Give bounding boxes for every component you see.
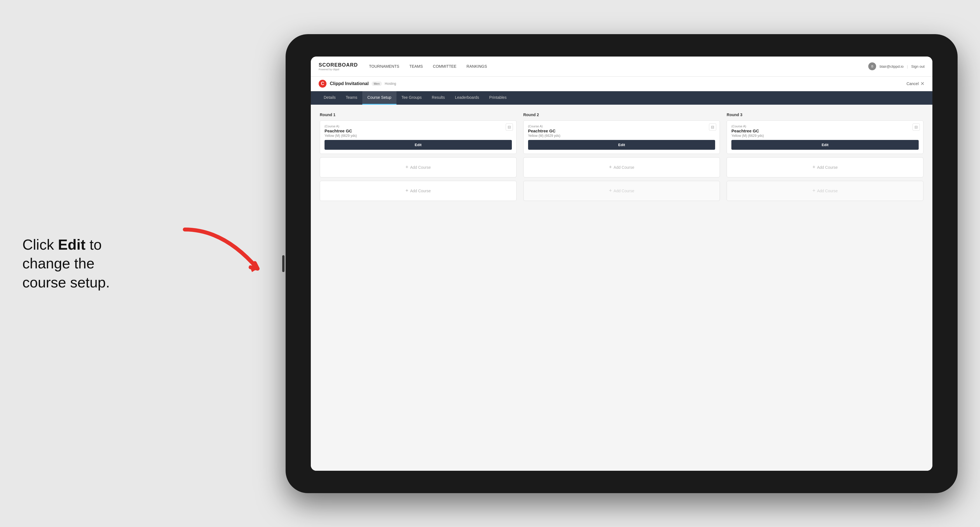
nav-rankings[interactable]: RANKINGS — [466, 63, 487, 70]
bold-edit: Edit — [58, 236, 85, 252]
round-2-course-details: Yellow (M) (6629 yds) — [528, 134, 715, 138]
tournament-header: C Clippd Invitational Men Hosting Cancel… — [311, 77, 932, 91]
round-3-add-course-2: + Add Course — [727, 181, 923, 201]
add-course-label: Add Course — [817, 165, 838, 170]
round-1-add-course-1[interactable]: + Add Course — [320, 157, 517, 178]
round-1-course-details: Yellow (M) (6629 yds) — [325, 134, 512, 138]
tab-course-setup[interactable]: Course Setup — [362, 91, 396, 105]
round-2-delete-button[interactable]: ⊟ — [709, 124, 716, 131]
logo-title: SCOREBOARD — [319, 62, 358, 68]
tab-bar: Details Teams Course Setup Tee Groups Re… — [311, 91, 932, 105]
nav-user: B blair@clippd.io | Sign out — [868, 62, 924, 70]
round-3-course-name: Peachtree GC — [731, 129, 919, 133]
round-1-course-label: (Course A) — [325, 125, 512, 128]
trash-icon: ⊟ — [711, 125, 714, 129]
tab-details[interactable]: Details — [319, 91, 341, 105]
cancel-button[interactable]: Cancel ✕ — [906, 81, 924, 87]
logo-subtitle: Powered by clippd — [319, 68, 358, 71]
round-3-delete-button[interactable]: ⊟ — [913, 124, 920, 131]
plus-icon: + — [812, 164, 815, 170]
close-icon: ✕ — [920, 81, 924, 87]
round-1-course-name: Peachtree GC — [325, 129, 512, 133]
nav-committee[interactable]: COMMITTEE — [433, 63, 457, 70]
top-nav: SCOREBOARD Powered by clippd TOURNAMENTS… — [311, 57, 932, 77]
plus-icon: + — [812, 188, 815, 194]
plus-icon: + — [609, 164, 612, 170]
plus-icon: + — [406, 164, 409, 170]
round-3-column: Round 3 ⊟ (Course A) Peachtree GC Yellow… — [727, 113, 923, 204]
nav-teams[interactable]: TEAMS — [409, 63, 423, 70]
nav-tournaments[interactable]: TOURNAMENTS — [369, 63, 399, 70]
round-2-edit-button[interactable]: Edit — [528, 140, 715, 150]
rounds-grid: Round 1 ⊟ (Course A) Peachtree GC Yellow… — [320, 113, 923, 204]
round-3-course-details: Yellow (M) (6629 yds) — [731, 134, 919, 138]
round-1-add-course-2[interactable]: + Add Course — [320, 181, 517, 201]
round-3-add-course-1[interactable]: + Add Course — [727, 157, 923, 178]
round-3-edit-button[interactable]: Edit — [731, 140, 919, 150]
round-2-add-course-1[interactable]: + Add Course — [523, 157, 720, 178]
add-course-label: Add Course — [817, 189, 838, 193]
round-2-course-card: ⊟ (Course A) Peachtree GC Yellow (M) (66… — [523, 121, 720, 154]
instruction-text: Click Edit tochange thecourse setup. — [22, 235, 110, 292]
round-1-column: Round 1 ⊟ (Course A) Peachtree GC Yellow… — [320, 113, 517, 204]
round-3-title: Round 3 — [727, 113, 923, 117]
round-3-course-card: ⊟ (Course A) Peachtree GC Yellow (M) (66… — [727, 121, 923, 154]
add-course-label: Add Course — [614, 189, 634, 193]
tablet-shell: SCOREBOARD Powered by clippd TOURNAMENTS… — [286, 34, 958, 493]
tournament-name: Clippd Invitational — [330, 81, 369, 86]
add-course-label: Add Course — [410, 189, 431, 193]
user-email: blair@clippd.io — [880, 64, 903, 68]
tournament-icon: C — [319, 80, 326, 87]
round-1-delete-button[interactable]: ⊟ — [506, 124, 513, 131]
tab-results[interactable]: Results — [427, 91, 450, 105]
hosting-badge: Hosting — [385, 82, 396, 86]
sign-out-link[interactable]: Sign out — [911, 64, 924, 68]
tablet-side-button — [282, 255, 285, 272]
round-2-add-course-2: + Add Course — [523, 181, 720, 201]
tab-teams[interactable]: Teams — [341, 91, 362, 105]
trash-icon: ⊟ — [915, 125, 918, 129]
round-1-title: Round 1 — [320, 113, 517, 117]
nav-links: TOURNAMENTS TEAMS COMMITTEE RANKINGS — [369, 63, 868, 70]
round-1-edit-button[interactable]: Edit — [325, 140, 512, 150]
round-1-course-card: ⊟ (Course A) Peachtree GC Yellow (M) (66… — [320, 121, 517, 154]
round-2-course-name: Peachtree GC — [528, 129, 715, 133]
cancel-label: Cancel — [906, 81, 919, 86]
tab-tee-groups[interactable]: Tee Groups — [396, 91, 427, 105]
scoreboard-logo: SCOREBOARD Powered by clippd — [319, 62, 358, 71]
round-2-title: Round 2 — [523, 113, 720, 117]
add-course-label: Add Course — [410, 165, 431, 170]
user-avatar: B — [868, 62, 876, 70]
round-2-course-label: (Course A) — [528, 125, 715, 128]
round-2-column: Round 2 ⊟ (Course A) Peachtree GC Yellow… — [523, 113, 720, 204]
add-course-label: Add Course — [614, 165, 634, 170]
round-3-course-label: (Course A) — [731, 125, 919, 128]
trash-icon: ⊟ — [508, 125, 511, 129]
tab-printables[interactable]: Printables — [484, 91, 512, 105]
plus-icon: + — [609, 188, 612, 194]
plus-icon: + — [406, 188, 409, 194]
separator: | — [907, 64, 908, 68]
tablet-screen: SCOREBOARD Powered by clippd TOURNAMENTS… — [311, 57, 932, 471]
tab-leaderboards[interactable]: Leaderboards — [450, 91, 484, 105]
main-content: Round 1 ⊟ (Course A) Peachtree GC Yellow… — [311, 105, 932, 471]
gender-badge: Men — [372, 81, 382, 86]
